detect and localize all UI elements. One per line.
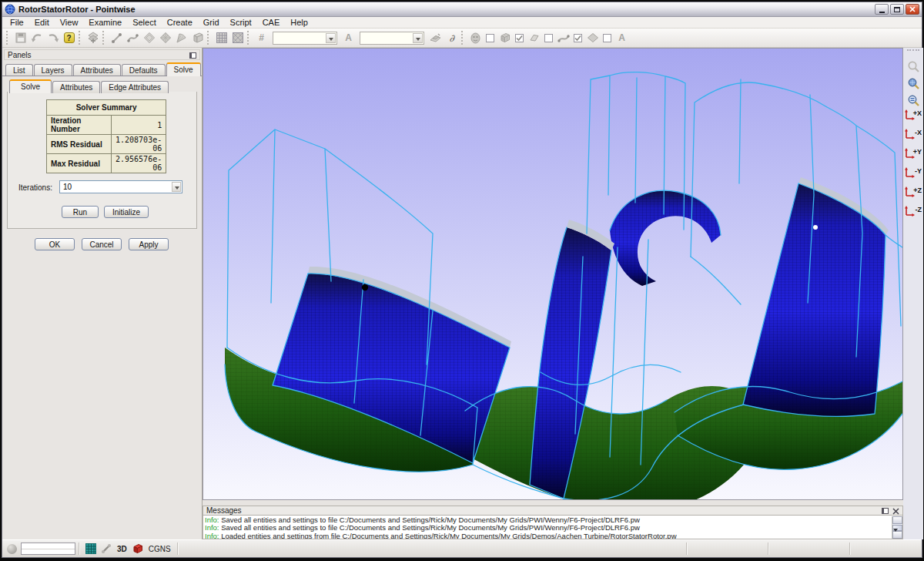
initialize-button[interactable]: Initialize <box>104 206 149 218</box>
menu-script[interactable]: Script <box>225 17 257 29</box>
structured-grid-button[interactable] <box>213 30 229 46</box>
subtab-attributes[interactable]: Attributes <box>52 81 100 93</box>
float-panel-icon[interactable] <box>882 508 889 514</box>
tab-layers[interactable]: Layers <box>34 64 72 76</box>
help-icon: ? <box>64 32 75 43</box>
magnifier-icon <box>907 60 920 73</box>
menu-grid[interactable]: Grid <box>198 17 225 29</box>
mask-domains-checkbox[interactable] <box>544 34 553 42</box>
tab-defaults[interactable]: Defaults <box>122 64 166 76</box>
ok-button[interactable]: OK <box>35 238 75 250</box>
panels-title: Panels <box>8 51 32 59</box>
toolbar-grip[interactable] <box>79 31 82 45</box>
mask-points-button[interactable] <box>467 30 484 46</box>
unstructured-grid-button[interactable] <box>229 30 246 46</box>
attribute-combobox[interactable] <box>360 32 424 45</box>
dropdown-arrow-icon[interactable] <box>413 33 423 43</box>
attribute-tool-button[interactable]: A <box>340 30 357 46</box>
create-curve-button[interactable] <box>125 30 141 46</box>
mask-connectors-checkbox[interactable] <box>574 34 582 42</box>
mask-points-checkbox[interactable] <box>486 34 494 42</box>
toolbar-grip[interactable] <box>247 31 250 45</box>
create-block-button[interactable] <box>189 30 206 46</box>
redo-button[interactable] <box>45 30 61 46</box>
boundary-condition-button[interactable]: ∂ <box>444 30 460 46</box>
dimension-tool-button[interactable]: # <box>253 30 270 46</box>
toolbar-grip[interactable] <box>102 31 105 45</box>
menu-examine[interactable]: Examine <box>83 17 127 29</box>
view-plus-x-button[interactable]: +X <box>904 109 922 128</box>
view-minus-y-button[interactable]: -Y <box>904 166 922 186</box>
create-fan-button[interactable] <box>173 30 189 46</box>
help-button[interactable]: ? <box>61 30 77 46</box>
mask-blocks-button[interactable] <box>497 30 513 46</box>
view-minus-x-button[interactable]: -X <box>904 128 922 147</box>
mask-connectors-button[interactable] <box>555 30 571 46</box>
tab-attributes[interactable]: Attributes <box>73 64 121 76</box>
menu-cae[interactable]: CAE <box>257 17 286 29</box>
view-plus-z-button[interactable]: +Z <box>904 186 922 205</box>
turbine-mesh-scene <box>203 49 902 499</box>
view-minus-z-button[interactable]: -Z <box>904 205 922 224</box>
close-icon <box>909 6 916 12</box>
menu-view[interactable]: View <box>55 17 84 29</box>
toolbar-grip[interactable] <box>907 49 919 52</box>
view-plus-y-button[interactable]: +Y <box>904 147 922 166</box>
toolbar-grip[interactable] <box>6 31 9 45</box>
menu-select[interactable]: Select <box>127 17 162 29</box>
menu-help[interactable]: Help <box>285 17 313 29</box>
subtab-solve[interactable]: Solve <box>9 79 52 93</box>
iterations-input[interactable]: 10 <box>59 180 182 193</box>
mask-blocks-checkbox[interactable] <box>515 34 524 42</box>
close-button[interactable] <box>906 4 919 15</box>
zoom-to-fit-button[interactable] <box>905 75 922 92</box>
connector-tool-icon <box>101 543 112 554</box>
menu-create[interactable]: Create <box>162 17 198 29</box>
axis-button-label: -X <box>915 129 922 136</box>
create-connector-button[interactable] <box>109 30 125 46</box>
axis-button-label: +Y <box>913 148 922 156</box>
menu-file[interactable]: File <box>5 17 29 29</box>
database-surface-icon <box>587 32 599 43</box>
dropdown-arrow-icon[interactable] <box>326 33 336 43</box>
run-button[interactable]: Run <box>62 206 99 218</box>
mask-icon <box>470 32 481 44</box>
dimension-combobox[interactable] <box>273 32 337 45</box>
cancel-button[interactable]: Cancel <box>82 238 122 250</box>
selected-point-marker <box>362 284 368 291</box>
zoom-one-to-one-button[interactable] <box>905 92 922 109</box>
mask-spacings-button[interactable]: A <box>614 30 630 46</box>
unstructured-grid-icon <box>232 32 244 44</box>
project-button[interactable] <box>427 30 444 46</box>
zoom-button[interactable] <box>905 58 922 75</box>
restore-button[interactable] <box>890 4 904 15</box>
message-text: Loaded entities and settings from file C… <box>219 532 677 539</box>
mask-domains-button[interactable] <box>526 30 542 46</box>
menu-bar: File Edit View Examine Select Create Gri… <box>2 17 922 29</box>
scroll-down-button[interactable] <box>892 531 902 539</box>
scroll-up-button[interactable] <box>892 516 902 524</box>
create-structured-domain-button[interactable] <box>157 30 173 46</box>
assemble-button[interactable] <box>85 30 101 46</box>
apply-button[interactable]: Apply <box>129 238 169 250</box>
summary-row-label: Max Residual <box>47 154 112 173</box>
float-panel-icon[interactable] <box>189 52 196 59</box>
cube-icon <box>499 32 511 44</box>
menu-edit[interactable]: Edit <box>29 17 55 29</box>
tab-list[interactable]: List <box>5 64 33 76</box>
subtab-edge-attributes[interactable]: Edge Attributes <box>101 81 169 93</box>
save-button[interactable] <box>12 30 28 46</box>
toolbar-grip[interactable] <box>461 31 464 45</box>
mask-database-button[interactable] <box>584 30 601 46</box>
tab-solve[interactable]: Solve <box>166 62 201 76</box>
summary-row-value: 2.956576e-06 <box>112 154 166 173</box>
messages-scrollbar[interactable] <box>892 516 902 539</box>
toolbar-grip[interactable] <box>207 31 210 45</box>
create-domain-button[interactable] <box>141 30 157 46</box>
mask-database-checkbox[interactable] <box>603 34 611 42</box>
spinner-icon[interactable] <box>172 182 181 192</box>
viewport-3d[interactable] <box>203 48 903 500</box>
minimize-button[interactable] <box>875 4 889 15</box>
close-panel-icon[interactable] <box>892 508 899 515</box>
undo-button[interactable] <box>28 30 45 46</box>
